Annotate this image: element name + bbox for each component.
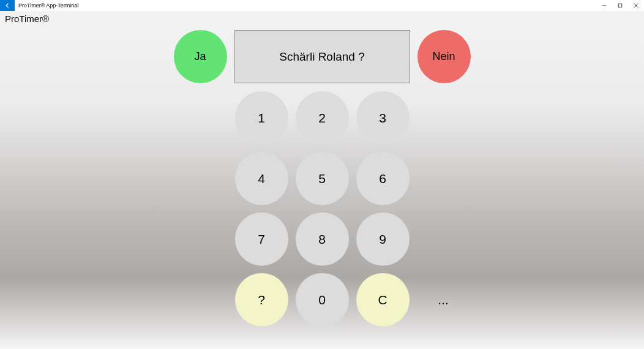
svg-rect-1	[618, 4, 622, 7]
key-0-label: 0	[318, 293, 326, 307]
minimize-button[interactable]	[596, 0, 612, 11]
close-button[interactable]	[628, 0, 644, 11]
key-question-label: ?	[258, 293, 265, 307]
display-text: Schärli Roland ?	[279, 50, 364, 64]
key-6[interactable]: 6	[356, 152, 410, 205]
minimize-icon	[602, 3, 607, 8]
keypad-row-2: 4 5 6	[235, 152, 410, 205]
window-title: ProTimer® App-Terminal	[18, 2, 78, 9]
key-7[interactable]: 7	[235, 212, 288, 266]
window-controls	[596, 0, 644, 11]
key-4-label: 4	[258, 171, 265, 186]
key-9[interactable]: 9	[356, 212, 410, 266]
key-question[interactable]: ?	[235, 273, 288, 326]
key-1-label: 1	[258, 111, 265, 126]
key-3-label: 3	[379, 111, 386, 126]
key-0[interactable]: 0	[296, 273, 349, 326]
key-clear-label: C	[378, 293, 387, 307]
more-button[interactable]: ...	[417, 273, 470, 326]
confirm-row: Ja Schärli Roland ? Nein	[0, 30, 644, 83]
content-area: Ja Schärli Roland ? Nein 1 2 3 4 5 6 7 8…	[0, 26, 644, 349]
key-8-label: 8	[318, 232, 326, 247]
key-2-label: 2	[318, 111, 326, 126]
no-button[interactable]: Nein	[417, 30, 471, 83]
keypad: 1 2 3 4 5 6 7 8 9 ? 0 C ...	[0, 91, 644, 326]
close-icon	[634, 3, 638, 8]
key-3[interactable]: 3	[356, 91, 410, 144]
more-label: ...	[438, 293, 449, 307]
arrow-left-icon	[4, 2, 10, 9]
maximize-button[interactable]	[612, 0, 628, 11]
brand-label: ProTimer®	[5, 13, 49, 24]
key-7-label: 7	[258, 232, 265, 247]
titlebar: ProTimer® App-Terminal	[0, 0, 644, 11]
keypad-row-3: 7 8 9	[235, 212, 410, 266]
back-button[interactable]	[0, 0, 15, 11]
maximize-icon	[618, 3, 623, 8]
key-5-label: 5	[318, 171, 326, 186]
key-1[interactable]: 1	[235, 91, 288, 144]
app-header: ProTimer®	[0, 11, 644, 26]
yes-label: Ja	[194, 50, 206, 63]
key-4[interactable]: 4	[235, 152, 288, 205]
display-box: Schärli Roland ?	[234, 30, 410, 83]
key-6-label: 6	[379, 171, 386, 186]
key-8[interactable]: 8	[296, 212, 349, 266]
yes-button[interactable]: Ja	[174, 30, 227, 83]
key-clear[interactable]: C	[356, 273, 410, 326]
keypad-row-1: 1 2 3	[235, 91, 410, 144]
no-label: Nein	[432, 50, 455, 63]
key-5[interactable]: 5	[296, 152, 349, 205]
keypad-row-4: ? 0 C ...	[235, 273, 410, 326]
key-9-label: 9	[379, 232, 386, 247]
key-2[interactable]: 2	[296, 91, 349, 144]
